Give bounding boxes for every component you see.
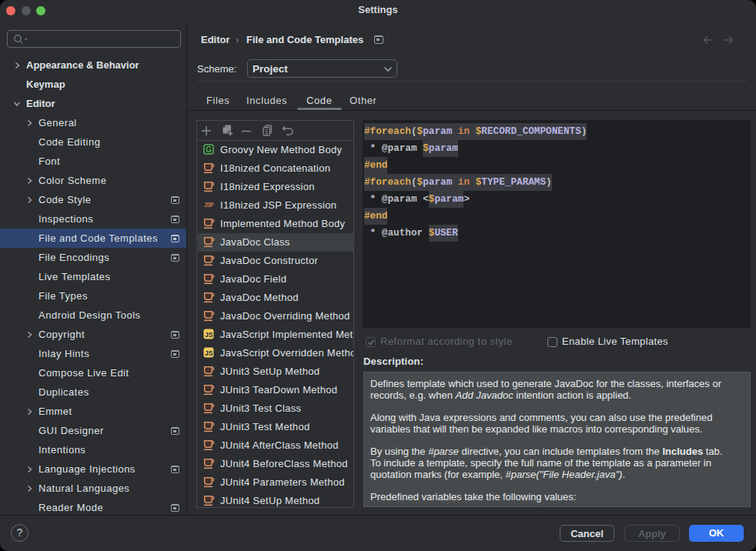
svg-text:JS: JS [205,349,213,357]
svg-text:G: G [206,145,212,154]
svg-text:JS: JS [205,331,213,339]
